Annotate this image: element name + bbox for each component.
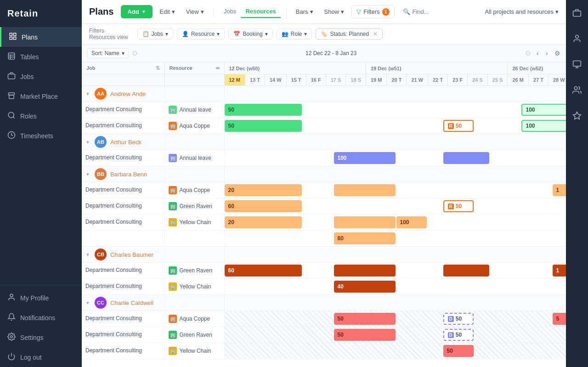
tab-resources[interactable]: Resources (241, 6, 280, 18)
gantt-bar[interactable] (443, 265, 489, 277)
chevron-icon[interactable]: ▼ (85, 140, 90, 145)
day-27t: 27 T (528, 74, 548, 86)
rp-people-icon[interactable] (570, 83, 584, 99)
person-cell[interactable]: ▼CBCharles Baumer (82, 247, 164, 262)
filters-button[interactable]: ▽ Filters 1 (351, 6, 394, 18)
chevron-icon[interactable]: ▼ (85, 252, 90, 257)
gantt-bar[interactable]: 50 (225, 120, 302, 132)
rp-star-icon[interactable] (570, 108, 584, 125)
edit-button[interactable]: Edit ▾ (156, 6, 179, 17)
person-name[interactable]: Andrew Ande (110, 90, 146, 97)
resource-item[interactable]: 🏢Aqua Coppe (165, 120, 224, 132)
person-cell[interactable]: ▼BBBarbara Benn (82, 166, 164, 182)
rp-person-icon[interactable] (570, 31, 584, 48)
chevron-icon[interactable]: ▼ (85, 300, 90, 305)
gantt-bar[interactable] (334, 265, 396, 277)
status-chip-close[interactable]: ✕ (373, 31, 378, 37)
gantt-bar[interactable]: 100 (396, 216, 427, 228)
gantt-bar[interactable]: 100 (521, 120, 566, 132)
filters-badge: 1 (382, 8, 390, 16)
gantt-bar[interactable] (443, 152, 489, 164)
gantt-bar[interactable] (334, 184, 396, 196)
gantt-bar[interactable]: 60 (225, 265, 302, 277)
sidebar-item-jobs[interactable]: Jobs (0, 67, 82, 86)
gantt-bar[interactable]: 50 (443, 345, 474, 357)
date-next-button[interactable]: › (543, 49, 551, 58)
filter-chip-booking[interactable]: 📅 Booking ▾ (228, 28, 272, 40)
resource-item[interactable]: 🏢Yellow Chain (165, 216, 224, 228)
resource-item[interactable]: 🏢Aqua Coppe (165, 313, 224, 325)
rp-screen-icon[interactable] (570, 57, 584, 73)
gantt-bar[interactable]: 100 (334, 152, 396, 164)
gantt-bar[interactable]: 100 (521, 104, 566, 116)
bars-button[interactable]: Bars ▾ (292, 6, 317, 17)
gantt-bar[interactable] (334, 216, 396, 228)
gantt-bar[interactable]: 5 (553, 313, 566, 325)
grid-settings-icon[interactable]: ⚙ (554, 50, 560, 57)
person-cell[interactable]: ▼CCCharlie Caldwell (82, 295, 164, 311)
bar-wrapper: 50D505 (225, 311, 566, 327)
person-name[interactable]: Arthur Beck (110, 139, 141, 146)
gantt-bar[interactable]: 80 (334, 232, 396, 244)
filter-chip-role[interactable]: 👥 Role ▾ (277, 28, 312, 40)
gantt-table-container[interactable]: Job ⇅ Resource ⇹ 12 Dec (w50) 19 Dec (w5… (82, 62, 566, 367)
sort-button[interactable]: Sort: Name ▾ (87, 48, 129, 58)
show-button[interactable]: Show ▾ (321, 6, 348, 17)
person-name[interactable]: Charlie Caldwell (110, 299, 153, 306)
filter-chip-jobs[interactable]: 📋 Jobs ▾ (137, 28, 173, 40)
rp-briefcase-icon[interactable] (570, 6, 584, 22)
sidebar-item-tables[interactable]: Tables (0, 47, 82, 67)
gantt-bar[interactable]: R50 (443, 200, 474, 212)
chevron-icon[interactable]: ▼ (85, 91, 90, 96)
view-button[interactable]: View ▾ (182, 6, 208, 17)
drag-handle-right[interactable]: ⬡ (526, 50, 530, 56)
gantt-bar[interactable]: D50 (443, 313, 474, 325)
resource-item[interactable]: 🏢Green Raven (165, 200, 224, 212)
person-name[interactable]: Barbara Benn (110, 171, 147, 178)
resource-item[interactable]: 🏢Yellow Chain (165, 281, 224, 293)
gantt-bar[interactable]: 1 (553, 184, 566, 196)
bar-value: 50 (447, 348, 453, 354)
gantt-bar[interactable]: R50 (443, 120, 474, 132)
gantt-bar[interactable]: 20 (225, 184, 302, 196)
job-col-sort-icon[interactable]: ⇅ (156, 65, 160, 71)
gantt-bar[interactable]: D50 (443, 329, 474, 341)
drag-handle-left[interactable]: ⬡ (132, 50, 137, 56)
resource-item[interactable]: 🏢Yellow Chain (165, 345, 224, 357)
filter-chip-resource[interactable]: 👤 Resource ▾ (177, 28, 225, 40)
resource-item[interactable]: 🏢Annual leave (165, 104, 224, 116)
resource-col-resize[interactable]: ⇹ (215, 65, 220, 71)
person-cell[interactable]: ▼ABArthur Beck (82, 134, 164, 150)
tab-jobs[interactable]: Jobs (219, 6, 241, 18)
gantt-cell: 60R50 (224, 198, 566, 215)
sidebar-item-notifications[interactable]: Notifications (0, 308, 82, 327)
sidebar-item-settings[interactable]: Settings (0, 327, 82, 347)
sidebar-item-logout[interactable]: Log out (0, 347, 82, 367)
sidebar-item-timesheets[interactable]: Timesheets (0, 126, 82, 146)
gantt-bar[interactable]: 60 (225, 200, 302, 212)
find-button[interactable]: 🔍 Find... (398, 6, 434, 17)
person-cell[interactable]: ▼AAAndrew Ande (82, 86, 164, 102)
gantt-bar[interactable]: 50 (334, 313, 396, 325)
chevron-icon[interactable]: ▼ (85, 172, 90, 177)
resource-item[interactable]: 🏢Aqua Coppe (165, 184, 224, 196)
sidebar-item-marketplace[interactable]: Market Place (0, 86, 82, 106)
resource-col-header: Resource ⇹ (164, 62, 224, 74)
filter-chip-status[interactable]: 🏷️ Status: Planned ✕ (316, 28, 383, 40)
add-button[interactable]: Add ▼ (121, 5, 152, 18)
date-prev-button[interactable]: ‹ (534, 49, 542, 58)
gantt-bar[interactable]: 50 (334, 329, 396, 341)
person-name[interactable]: Charles Baumer (110, 251, 153, 258)
resource-item[interactable]: 🏢Green Raven (165, 329, 224, 341)
gantt-bar[interactable]: 20 (225, 216, 302, 228)
sidebar-item-plans[interactable]: Plans (0, 27, 82, 47)
gantt-bar[interactable]: 50 (225, 104, 302, 116)
all-projects-dropdown[interactable]: All projects and resources ▾ (485, 8, 559, 15)
gantt-bar[interactable]: 40 (334, 281, 396, 293)
gantt-bar[interactable]: 1 (553, 265, 566, 277)
sidebar-item-myprofile[interactable]: My Profile (0, 288, 82, 308)
sidebar-item-roles[interactable]: Roles (0, 106, 82, 126)
resource-day-spacer (164, 74, 224, 86)
resource-item[interactable]: 🏢Green Raven (165, 265, 224, 277)
resource-item[interactable]: 🏢Annual leave (165, 152, 224, 164)
